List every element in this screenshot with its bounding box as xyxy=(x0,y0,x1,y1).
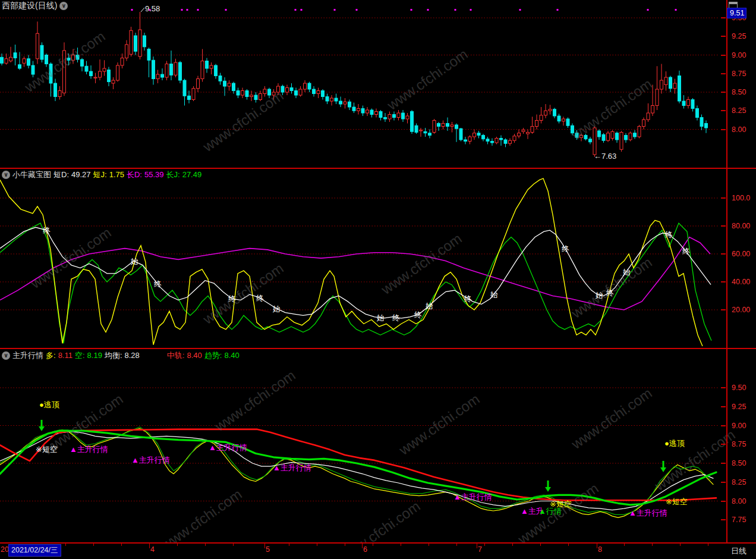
axis-tick xyxy=(721,129,726,130)
axis-tick xyxy=(721,73,726,74)
axis-tick xyxy=(721,253,726,255)
indicator-value: 55.39 xyxy=(144,170,164,179)
low-price-label: ←7.63 xyxy=(594,152,616,161)
start-end-marker: 终 xyxy=(562,244,569,255)
minor-tick xyxy=(708,544,708,546)
xiaoniu-indicator-chart[interactable] xyxy=(0,168,718,348)
candlestick-chart[interactable] xyxy=(0,0,718,168)
date-axis-bar[interactable]: 20 2021/02/24/三 45678 日线 xyxy=(0,542,756,559)
minor-tick xyxy=(680,544,681,546)
start-end-marker: 始 xyxy=(426,301,433,312)
minor-tick xyxy=(484,544,485,546)
axis-tick-label: 8.25 xyxy=(732,106,746,115)
axis-tick xyxy=(721,387,726,388)
axis-tick-label: 20.00 xyxy=(732,306,750,314)
start-end-marker: 终 xyxy=(256,293,264,304)
indicator-label: 短J: xyxy=(93,170,107,179)
axis-tick xyxy=(721,482,726,483)
start-end-marker: 始 xyxy=(377,313,385,324)
axis-tick-label: 9.50 xyxy=(732,384,746,392)
indicator-value: 8.19 xyxy=(87,351,102,360)
signal-label: ▲主升行情 xyxy=(273,463,311,473)
start-end-marker: 终 xyxy=(154,279,162,290)
stock-title: 西部建设(日线) xyxy=(2,1,57,11)
chevron-down-icon[interactable]: ∨ xyxy=(2,351,10,360)
price-marker-badge: 9.51 xyxy=(727,8,746,18)
panel-separator xyxy=(0,348,756,349)
signal-label: ▲主升行情 xyxy=(453,492,492,503)
axis-tick-label: 8.50 xyxy=(732,459,746,467)
date-axis-partial-year: 20 xyxy=(1,545,9,554)
panel-separator xyxy=(0,168,756,169)
month-label[interactable]: 8 xyxy=(598,545,602,554)
axis-tick-label: 8.75 xyxy=(732,440,746,448)
axis-tick-label: 40.00 xyxy=(732,278,750,286)
month-label[interactable]: 7 xyxy=(478,545,482,554)
axis-tick xyxy=(721,92,726,93)
axis-tick-label: 9.25 xyxy=(732,403,746,411)
signal-label: ▲主升行情 xyxy=(629,508,667,519)
axis-tick xyxy=(721,36,726,37)
signal-label: ▲主升行情 xyxy=(70,444,108,455)
minor-tick xyxy=(652,544,653,546)
start-end-marker: 始 xyxy=(273,304,281,315)
minor-tick xyxy=(233,544,234,546)
chevron-down-icon[interactable]: ∨ xyxy=(2,171,10,179)
start-end-marker: 始 xyxy=(490,290,498,300)
axis-tick xyxy=(721,501,726,502)
start-end-marker: 终 xyxy=(392,313,400,324)
month-tick xyxy=(362,544,363,548)
indicator-value: 8.11 xyxy=(58,351,73,360)
minor-tick xyxy=(624,544,625,546)
axis-tick-label: 8.00 xyxy=(732,125,746,134)
indicator-value: 27.49 xyxy=(182,170,202,179)
title-bar: 西部建设(日线) ∨ xyxy=(2,1,70,11)
axis-tick xyxy=(721,225,726,227)
month-label[interactable]: 4 xyxy=(150,545,155,554)
axis-tick-label: 8.50 xyxy=(732,88,746,96)
month-tick xyxy=(597,544,597,548)
minor-tick xyxy=(121,544,122,546)
axis-tick xyxy=(721,55,726,56)
month-label[interactable]: 6 xyxy=(363,545,367,554)
minor-tick xyxy=(345,544,345,546)
high-price-label: 9.58 xyxy=(145,4,160,13)
mid-panel-header: ∨ 小牛藏宝图 短D:49.27短J:1.75长D:55.39长J:27.49 xyxy=(2,169,206,180)
minor-tick xyxy=(289,544,289,546)
start-end-marker: 终 xyxy=(414,310,422,321)
signal-label: ●逃顶 xyxy=(664,438,685,449)
chevron-down-icon[interactable]: ∨ xyxy=(59,2,68,10)
indicator-label: 空: xyxy=(75,351,85,360)
indicator-label: 长J: xyxy=(166,170,180,179)
axis-tick-label: 80.00 xyxy=(732,222,750,230)
mid-panel-title: 小牛藏宝图 xyxy=(12,169,51,180)
indicator-value: 1.75 xyxy=(109,170,124,179)
minor-tick xyxy=(205,544,206,546)
axis-tick-label: 8.25 xyxy=(732,478,746,486)
start-end-marker: 始 xyxy=(596,290,603,301)
signal-label: ※短空 xyxy=(666,497,688,507)
indicator-value: 8.40 xyxy=(187,351,201,360)
month-tick xyxy=(477,544,477,548)
month-label[interactable]: 5 xyxy=(266,545,270,554)
minor-tick xyxy=(456,544,457,546)
period-button[interactable]: 日线 xyxy=(731,546,746,557)
start-end-marker: 终 xyxy=(43,225,51,236)
start-end-marker: 始 xyxy=(623,267,631,278)
minor-tick xyxy=(373,544,373,546)
axis-tick xyxy=(721,463,726,464)
axis-tick xyxy=(721,17,726,18)
axis-tick xyxy=(721,110,726,111)
indicator-label: 长D: xyxy=(127,170,142,179)
axis-tick xyxy=(721,197,726,199)
start-end-marker: 终 xyxy=(464,294,472,304)
indicator-label: 均衡: xyxy=(105,351,122,360)
bot-panel-title: 主升行情 xyxy=(12,350,43,361)
start-end-marker: 终 xyxy=(682,246,690,257)
minor-tick xyxy=(65,544,66,546)
indicator-label: 短D: xyxy=(53,170,69,179)
minor-tick xyxy=(401,544,401,546)
price-axis-line xyxy=(726,0,727,559)
axis-tick xyxy=(721,519,726,520)
axis-tick-label: 9.25 xyxy=(732,32,746,40)
